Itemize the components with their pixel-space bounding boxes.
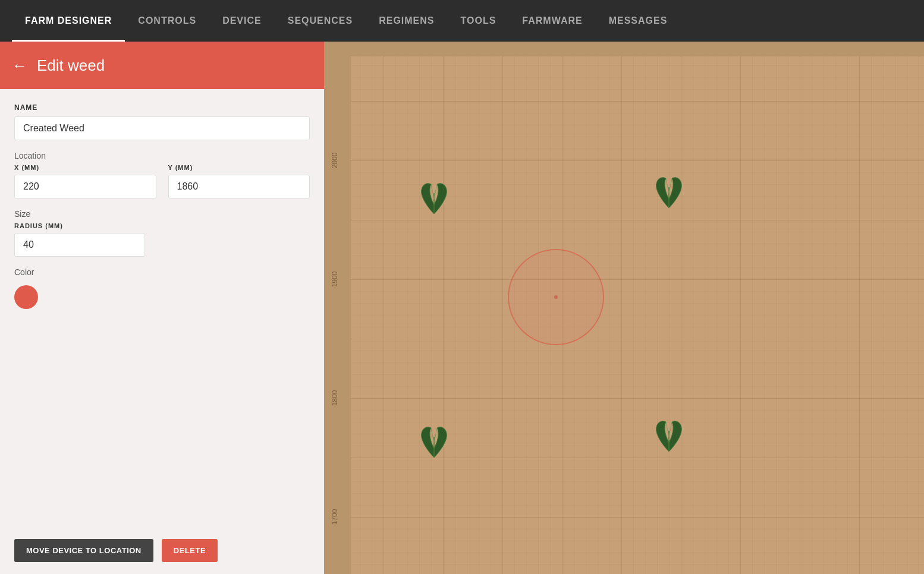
nav-sequences[interactable]: SEQUENCES (275, 0, 366, 42)
size-section: Size RADIUS (MM) (14, 209, 310, 257)
move-device-button[interactable]: MOVE DEVICE TO LOCATION (14, 539, 153, 562)
color-section-label: Color (14, 267, 310, 277)
x-input[interactable] (14, 175, 156, 198)
panel-content: NAME Location X (MM) Y (MM) Size RADIUS … (0, 89, 324, 527)
top-navigation: FARM DESIGNER CONTROLS DEVICE SEQUENCES … (0, 0, 924, 42)
nav-messages[interactable]: MESSAGES (596, 0, 681, 42)
delete-button[interactable]: DELETE (162, 539, 218, 562)
nav-controls[interactable]: CONTROLS (125, 0, 209, 42)
nav-farm-designer[interactable]: FARM DESIGNER (12, 0, 125, 42)
button-row: MOVE DEVICE TO LOCATION DELETE (0, 527, 324, 574)
svg-text:2000: 2000 (331, 152, 339, 168)
y-field: Y (MM) (168, 164, 310, 198)
svg-point-11 (554, 295, 558, 299)
back-button[interactable]: ← (12, 56, 27, 75)
size-section-label: Size (14, 209, 310, 219)
y-label: Y (MM) (168, 164, 310, 171)
panel-title: Edit weed (37, 56, 105, 75)
color-section: Color (14, 267, 310, 311)
svg-rect-5 (351, 56, 924, 574)
farm-map: 2000 1900 1800 1700 (324, 42, 924, 574)
y-input[interactable] (168, 175, 310, 198)
panel-header: ← Edit weed (0, 42, 324, 89)
name-input[interactable] (14, 116, 310, 140)
svg-text:1900: 1900 (331, 271, 339, 287)
left-panel: ← Edit weed NAME Location X (MM) Y (MM) (0, 42, 324, 574)
color-picker[interactable] (14, 285, 38, 309)
svg-rect-2 (324, 56, 351, 574)
radius-label: RADIUS (MM) (14, 222, 310, 229)
x-label: X (MM) (14, 164, 156, 171)
nav-tools[interactable]: TOOLS (448, 0, 510, 42)
name-label: NAME (14, 103, 310, 112)
svg-text:1700: 1700 (331, 509, 339, 525)
nav-device[interactable]: DEVICE (209, 0, 275, 42)
svg-text:1800: 1800 (331, 390, 339, 406)
location-row: X (MM) Y (MM) (14, 164, 310, 198)
x-field: X (MM) (14, 164, 156, 198)
location-section-label: Location (14, 151, 310, 160)
main-layout: ← Edit weed NAME Location X (MM) Y (MM) (0, 42, 924, 574)
svg-rect-1 (324, 42, 924, 56)
nav-farmware[interactable]: FARMWARE (509, 0, 595, 42)
nav-regimens[interactable]: REGIMENS (366, 0, 447, 42)
radius-input[interactable] (14, 233, 145, 257)
map-svg: 2000 1900 1800 1700 (324, 42, 924, 574)
